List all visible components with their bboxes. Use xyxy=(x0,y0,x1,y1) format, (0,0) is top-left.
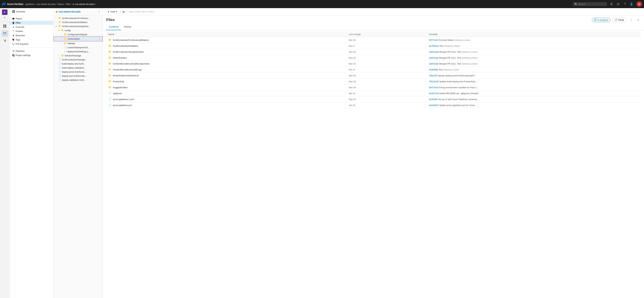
repos-sidebar-icon[interactable] xyxy=(1,30,8,37)
tree-item-alm-sample-file[interactable]: 📄 ALMAcceleratorSample... xyxy=(54,58,103,62)
file-tree-header: ◆ coe-starter-kit-azdo ⋮ xyxy=(54,8,103,15)
table-row[interactable]: 📁 Productivity Nov 18 79524c85 Update bu… xyxy=(106,79,640,85)
commit-hash-link[interactable]: 79524c85 xyxy=(429,80,438,83)
table-row[interactable]: 📁 CenterofExcellenceAuditLogs Oct 11 018… xyxy=(106,67,640,73)
tree-item-johannadev[interactable]: › 📁 JohannaDev ⋮ xyxy=(54,36,103,41)
breadcrumb-repos[interactable]: Repos xyxy=(58,3,64,5)
table-row[interactable]: 📁 ALMAcceleratorForAdvancedMakers Nov 10… xyxy=(106,37,640,43)
file-name-cell[interactable]: 📁 ANewSolution xyxy=(106,55,347,61)
tags-nav-item[interactable]: Tags xyxy=(10,38,54,42)
file-name-cell[interactable]: 📁 PowerPlatformGitHubALM xyxy=(106,73,347,79)
project-settings-item[interactable]: Project settings xyxy=(10,53,54,57)
repos-nav-item[interactable]: Repos xyxy=(10,16,54,21)
tree-item-build-deploy-test[interactable]: 📄 build-deploy-test-ALM... xyxy=(54,62,103,66)
tab-contents[interactable]: Contents xyxy=(106,24,121,30)
path-input[interactable] xyxy=(128,10,641,13)
tab-history[interactable]: History xyxy=(121,24,134,30)
table-row[interactable]: 📄 azure-pipelines-1.yml Sep 10 fa1fbd58 … xyxy=(106,96,640,102)
help-icon[interactable]: ? xyxy=(624,2,626,6)
breadcrumb-pplatform[interactable]: pplatform xyxy=(26,3,34,5)
tree-item-alm-advanc[interactable]: › 📁 ALMAcceleratorForAdvanc... xyxy=(54,16,103,20)
tree-item-more[interactable]: ⋮ xyxy=(98,37,101,40)
tree-item-alm-sample[interactable]: ▾ 📁 ALMAcceleratorSampleSol... xyxy=(54,24,103,28)
branches-nav-item[interactable]: Branches xyxy=(10,33,54,38)
commit-hash-link[interactable]: ae76063a xyxy=(429,45,439,47)
settings-icon[interactable]: ☰ xyxy=(610,2,613,6)
breadcrumb-current[interactable]: ◆ coe-starter-kit-azdo ▾ xyxy=(72,3,95,5)
tree-item-solution-pkg[interactable]: › 📁 SolutionPackage xyxy=(54,53,103,58)
commit-hash-link[interactable]: 018b6fdb xyxy=(429,68,438,71)
tree-item-alm-makers[interactable]: › 📁 ALMAcceleratorforMakers xyxy=(54,20,103,24)
commit-hash-link[interactable]: cb801dab xyxy=(429,62,438,65)
last-change-cell: Nov 22 xyxy=(347,49,427,55)
table-row[interactable]: 📁 SuggestionBox Nov 19 38470dc6 Fixing e… xyxy=(106,85,640,90)
branch-icon xyxy=(108,10,110,13)
clone-button[interactable]: Clone xyxy=(612,18,626,22)
commit-hash-link[interactable]: 38470dc6 xyxy=(429,86,438,89)
file-name-cell[interactable]: 📄 azure-pipelines.yml xyxy=(106,102,347,108)
file-name-cell[interactable]: 📁 ALMAcceleratorSampleSolution xyxy=(106,49,347,55)
tree-item-build-deploy-val[interactable]: 📄 build-deploy-validation... xyxy=(54,66,103,70)
expand-button[interactable]: ⤡ xyxy=(636,18,640,22)
files-nav-item[interactable]: Files xyxy=(10,21,54,25)
table-row[interactable]: 📁 ANewSolution Nov 22 cb801dab Merged PR… xyxy=(106,55,640,61)
file-name-cell[interactable]: 📁 CenterofExcellenceAuditComponents xyxy=(106,61,347,67)
table-row[interactable]: 📁 PowerPlatformGitHubALM Nov 16 7fda18ff… xyxy=(106,73,640,79)
last-change-column-header[interactable]: Last change xyxy=(347,32,427,37)
commit-message: Update deploy-prod-ALMAcceleratorF... xyxy=(437,74,476,77)
breadcrumb-repo[interactable]: coe-starter-kit-azdo xyxy=(37,3,56,5)
tree-item-deploy-val[interactable]: 📄 deploy-validation-ALM... xyxy=(54,78,103,82)
svg-rect-2 xyxy=(3,26,4,28)
commit-hash-link[interactable]: f1573145 xyxy=(429,39,438,41)
tree-item-config-migr[interactable]: › 📁 ConfigurationMigrati... xyxy=(54,32,103,36)
table-row[interactable]: 📁 CenterofExcellenceAuditComponents Nov … xyxy=(106,61,640,67)
commit-hash-link[interactable]: cb801dab xyxy=(429,57,438,59)
file-name-cell[interactable]: 📁 ALMAcceleratorforMakers xyxy=(106,43,347,49)
table-row[interactable]: 📁 ALMAcceleratorforMakers Nov 2 ae76063a… xyxy=(106,43,640,49)
commits-nav-item[interactable]: Commits xyxy=(10,25,54,29)
commit-hash-link[interactable]: cb801dab xyxy=(429,51,438,53)
pipelines-sidebar-icon[interactable] xyxy=(1,38,8,44)
branch-selector[interactable]: main ▾ xyxy=(106,9,119,14)
user-avatar[interactable]: JL xyxy=(636,1,642,7)
more-options-button[interactable]: ⋮ xyxy=(628,17,634,22)
file-name-cell[interactable]: 📁 SuggestionBox xyxy=(106,85,347,90)
commit-hash-link[interactable]: fa1fbd58 xyxy=(429,98,438,101)
file-name-cell[interactable]: 📁 Productivity xyxy=(106,79,347,85)
app-logo[interactable]: Azure DevOps xyxy=(2,2,24,6)
tree-item-custom-deploy[interactable]: 📄 customDeploymentS... xyxy=(54,45,103,49)
commit-hash-link[interactable]: 7fda18ff xyxy=(429,74,437,77)
file-name-cell[interactable]: 📄 .gitignore xyxy=(106,90,347,96)
overview-link[interactable]: Overview xyxy=(12,10,25,13)
table-row[interactable]: 📄 azure-pipelines.yml Jun 21 fad3a803 Up… xyxy=(106,102,640,108)
breadcrumb-files[interactable]: Files xyxy=(66,3,70,5)
overview-sidebar-icon[interactable] xyxy=(1,23,8,29)
tree-item-deploy-test[interactable]: 📄 deploy-test-ALMAccele... xyxy=(54,74,103,78)
commit-author: Johanna Lorenz xyxy=(462,57,478,59)
tree-item-config[interactable]: ▾ 📁 config xyxy=(54,28,103,32)
tree-item-validate[interactable]: › 📁 Validate xyxy=(54,41,103,45)
tree-item-deploy-settings[interactable]: 📄 deploymentSettings.j... xyxy=(54,49,103,53)
file-name-cell[interactable]: 📁 ALMAcceleratorForAdvancedMakers xyxy=(106,37,347,43)
commit-hash-link[interactable]: 9ce827a6 xyxy=(429,92,438,95)
search-box[interactable]: 🔍 xyxy=(573,2,607,6)
tree-item-deploy-prod[interactable]: 📄 deploy-prod-ALMAccel... xyxy=(54,70,103,74)
commit-hash-link[interactable]: fad3a803 xyxy=(429,104,438,107)
profile-icon[interactable]: 👤 xyxy=(629,2,634,6)
tree-item-name: deploy-validation-ALM... xyxy=(62,79,101,81)
pushes-nav-item[interactable]: Pushes xyxy=(10,29,54,33)
chevron-icon: › xyxy=(61,33,63,35)
pipelines-nav-item[interactable]: Pipelines xyxy=(10,49,54,53)
basket-icon[interactable]: 🛒 xyxy=(616,2,621,6)
project-avatar[interactable]: C xyxy=(2,9,8,15)
search-input[interactable] xyxy=(578,3,605,5)
file-name-cell[interactable]: 📁 CenterofExcellenceAuditLogs xyxy=(106,67,347,73)
add-project-button[interactable]: + xyxy=(3,15,6,20)
in-progress-badge[interactable]: in progress xyxy=(592,18,610,22)
file-tree-more-button[interactable]: ⋮ xyxy=(98,10,100,13)
file-name-cell[interactable]: 📄 azure-pipelines-1.yml xyxy=(106,96,347,102)
name-column-header[interactable]: Name ↑ xyxy=(106,32,347,37)
table-row[interactable]: 📄 .gitignore Apr 12 9ce827a6 Added READM… xyxy=(106,90,640,96)
pull-requests-nav-item[interactable]: Pull requests xyxy=(10,42,54,46)
table-row[interactable]: 📁 ALMAcceleratorSampleSolution Nov 22 cb… xyxy=(106,49,640,55)
